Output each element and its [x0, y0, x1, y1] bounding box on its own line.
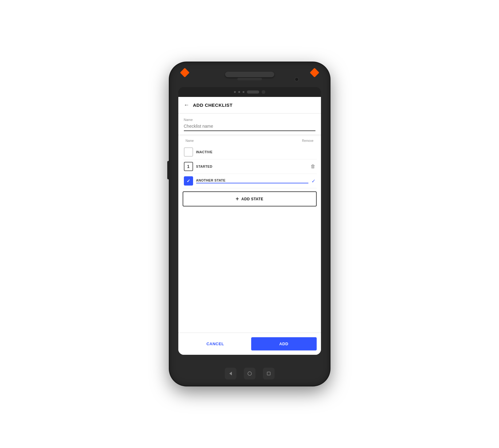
nav-home-button[interactable] [244, 368, 255, 379]
front-camera [295, 77, 299, 82]
app-content: ← ADD CHECKLIST Name Name Remove [178, 97, 321, 355]
checklist-name-input[interactable] [184, 124, 315, 131]
checkmark-icon: ✓ [187, 178, 190, 183]
nav-recents-button[interactable] [263, 368, 275, 379]
phone-body: ← ADD CHECKLIST Name Name Remove [170, 62, 330, 386]
top-speaker [237, 78, 262, 80]
side-button [167, 161, 170, 179]
state-name-another-input[interactable] [196, 178, 308, 183]
status-bar [178, 87, 321, 97]
table-header: Name Remove [183, 139, 317, 145]
bottom-nav [225, 368, 275, 379]
scene: ← ADD CHECKLIST Name Name Remove [0, 0, 499, 448]
app-header: ← ADD CHECKLIST [178, 97, 321, 114]
add-state-plus-icon: + [236, 196, 239, 202]
add-state-label: ADD STATE [241, 197, 263, 201]
state-name-inactive: INACTIVE [196, 150, 315, 154]
state-row-another: ✓ ✓ [183, 174, 317, 188]
accent-top-left [180, 68, 189, 77]
status-dot-3 [243, 91, 244, 93]
col-name-header: Name [186, 139, 194, 142]
status-dot-1 [234, 91, 236, 93]
add-state-button[interactable]: + ADD STATE [183, 191, 317, 206]
checkbox-inactive[interactable] [184, 147, 193, 157]
add-button[interactable]: ADD [251, 337, 317, 350]
checkbox-number: 1 [187, 164, 190, 169]
states-table: Name Remove INACTIVE 1 STARTED [178, 136, 321, 333]
status-pill [247, 90, 259, 94]
name-form-section: Name [178, 114, 321, 134]
name-field-label: Name [184, 118, 315, 122]
nav-back-button[interactable] [225, 368, 236, 379]
cancel-button[interactable]: CANCEL [183, 337, 248, 350]
svg-marker-0 [229, 372, 232, 375]
status-circle [262, 90, 265, 94]
confirm-another-icon[interactable]: ✓ [311, 178, 315, 184]
svg-rect-2 [267, 372, 270, 375]
col-remove-header: Remove [302, 139, 313, 142]
screen: ← ADD CHECKLIST Name Name Remove [178, 87, 321, 355]
back-arrow-icon[interactable]: ← [184, 102, 189, 108]
checkbox-another[interactable]: ✓ [184, 176, 193, 186]
state-name-started: STARTED [196, 165, 307, 168]
checkbox-started[interactable]: 1 [184, 162, 193, 171]
svg-point-1 [248, 372, 251, 375]
accent-top-right [310, 68, 319, 77]
status-dot-2 [238, 91, 240, 93]
delete-started-icon[interactable]: 🗑 [311, 164, 315, 169]
page-title: ADD CHECKLIST [193, 102, 233, 108]
state-row-inactive: INACTIVE [183, 145, 317, 159]
action-bar: CANCEL ADD [178, 333, 321, 355]
state-row-started: 1 STARTED 🗑 [183, 159, 317, 174]
